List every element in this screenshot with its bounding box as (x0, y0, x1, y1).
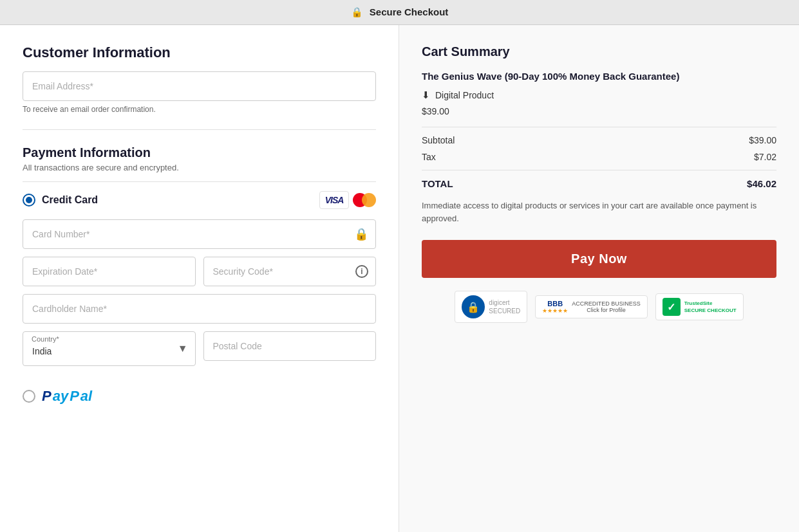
access-note: Immediate access to digital products or … (422, 199, 776, 225)
credit-card-label-group: Credit Card (23, 194, 319, 206)
cardholder-name-group (23, 294, 376, 324)
digital-product-label: Digital Product (435, 90, 494, 100)
subtotal-label: Subtotal (422, 135, 455, 145)
tax-row: Tax $7.02 (422, 152, 776, 162)
email-helper-text: To receive an email order confirmation. (23, 105, 376, 114)
postal-code-group (203, 331, 377, 366)
expiry-input[interactable] (23, 257, 196, 286)
bbb-click-text: Click for Profile (572, 307, 641, 313)
bbb-logo: BBB ★★★★★ (542, 300, 568, 314)
lock-icon: 🔒 (351, 6, 363, 17)
digicert-text: digicert SECURED (489, 298, 520, 315)
divider-1 (23, 129, 376, 130)
security-info-icon[interactable]: i (355, 265, 368, 278)
country-select-wrapper: Country* India United States United King… (23, 331, 196, 366)
cart-summary-title: Cart Summary (422, 44, 776, 59)
digicert-badge: 🔒 digicert SECURED (455, 291, 527, 323)
divider-2 (23, 181, 376, 182)
total-row: TOTAL $46.02 (422, 178, 776, 189)
cart-divider-2 (422, 170, 776, 170)
pay-now-button[interactable]: Pay Now (422, 240, 776, 278)
left-panel: Customer Information To receive an email… (0, 25, 399, 532)
main-layout: Customer Information To receive an email… (0, 25, 799, 532)
digicert-shield-icon: 🔒 (462, 295, 485, 318)
trustedsite-check-icon: ✓ (663, 298, 681, 316)
expiry-group (23, 257, 196, 286)
card-icons: VISA (319, 191, 376, 209)
cardholder-name-input[interactable] (23, 294, 376, 324)
paypal-pal-icon: P (70, 388, 79, 405)
payment-section-subtitle: All transactions are secure and encrypte… (23, 163, 376, 172)
paypal-radio[interactable] (23, 390, 35, 403)
bbb-badge: BBB ★★★★★ ACCREDITED BUSINESS Click for … (535, 295, 648, 318)
top-bar: 🔒 Secure Checkout (0, 0, 799, 25)
email-input-group: To receive an email order confirmation. (23, 71, 376, 114)
mc-circle-right (362, 193, 376, 207)
total-value: $46.02 (747, 178, 776, 189)
bbb-text-group: ACCREDITED BUSINESS Click for Profile (572, 300, 641, 313)
customer-information-section: Customer Information To receive an email… (23, 44, 376, 114)
digital-product-row: ⬇ Digital Product (422, 89, 776, 101)
expiry-security-row: i (23, 257, 376, 286)
postal-code-input[interactable] (203, 331, 377, 361)
card-lock-icon: 🔒 (354, 227, 368, 241)
credit-card-method-row[interactable]: Credit Card VISA (23, 191, 376, 209)
payment-section-title: Payment Information (23, 145, 376, 160)
cart-divider-1 (422, 127, 776, 127)
card-number-input[interactable] (23, 219, 376, 249)
customer-section-title: Customer Information (23, 44, 376, 61)
subtotal-value: $39.00 (749, 135, 776, 145)
paypal-text: ay (53, 388, 68, 405)
security-code-group: i (203, 257, 377, 286)
bbb-text-main: BBB (547, 300, 563, 307)
total-label: TOTAL (422, 178, 453, 189)
payment-information-section: Payment Information All transactions are… (23, 145, 376, 366)
paypal-logo: P ay P al (42, 388, 92, 405)
mastercard-icon (353, 191, 376, 209)
subtotal-row: Subtotal $39.00 (422, 135, 776, 145)
paypal-method-row[interactable]: P ay P al (23, 381, 376, 411)
credit-card-radio[interactable] (23, 194, 35, 206)
email-input[interactable] (23, 71, 376, 101)
trust-badges: 🔒 digicert SECURED BBB ★★★★★ ACCREDITED … (422, 291, 776, 323)
card-number-group: 🔒 (23, 219, 376, 249)
country-label: Country* (32, 335, 59, 343)
country-postal-row: Country* India United States United King… (23, 331, 376, 366)
top-bar-title: Secure Checkout (370, 6, 449, 17)
right-panel: Cart Summary The Genius Wave (90-Day 100… (399, 25, 799, 532)
product-name: The Genius Wave (90-Day 100% Money Back … (422, 69, 776, 83)
tax-value: $7.02 (754, 152, 776, 162)
download-icon: ⬇ (422, 89, 430, 101)
visa-icon: VISA (319, 191, 349, 209)
product-price: $39.00 (422, 106, 776, 116)
bbb-stars: ★★★★★ (542, 307, 568, 314)
trustedsite-text: TrustedSite SECURE CHECKOUT (684, 300, 737, 314)
credit-card-label: Credit Card (42, 194, 98, 206)
security-code-input[interactable] (203, 257, 377, 286)
bbb-accredited-text: ACCREDITED BUSINESS (572, 300, 641, 307)
paypal-p-icon: P (42, 388, 52, 405)
tax-label: Tax (422, 152, 436, 162)
paypal-pal-text: al (80, 388, 92, 405)
trustedsite-badge: ✓ TrustedSite SECURE CHECKOUT (655, 293, 744, 320)
